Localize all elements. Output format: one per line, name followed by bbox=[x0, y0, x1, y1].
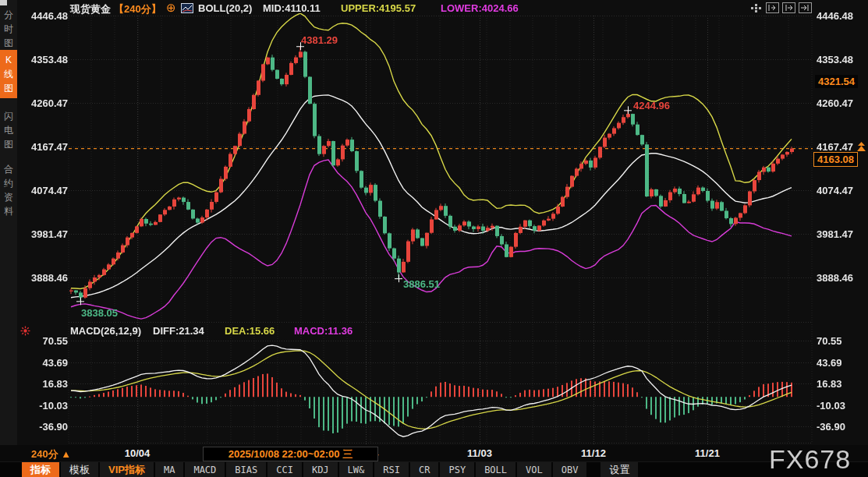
macd-dea-value: DEA:15.66 bbox=[225, 325, 275, 337]
price-label-left: 3888.46 bbox=[19, 272, 68, 284]
zoom-x-left-icon[interactable] bbox=[766, 2, 779, 13]
toolbar-tab-LW&[interactable]: LW& bbox=[339, 462, 374, 477]
macd-label-left: -10.03 bbox=[19, 399, 68, 411]
price-label-right: 4074.47 bbox=[817, 185, 853, 196]
annotation-low-3838: 3838.05 bbox=[81, 307, 118, 319]
toolbar-tab-MA[interactable]: MA bbox=[155, 462, 183, 477]
boll-mid-value: MID:4110.11 bbox=[263, 2, 321, 14]
symbol-title: 现货黄金 bbox=[70, 2, 111, 16]
macd-label-left: 43.69 bbox=[19, 356, 68, 368]
toolbar-tab-CR[interactable]: CR bbox=[410, 462, 438, 477]
toolbar-tab-模板[interactable]: 模板 bbox=[61, 462, 98, 477]
toolbar-tab-VIP指标[interactable]: VIP指标 bbox=[100, 462, 154, 477]
price-label-right: 4260.47 bbox=[817, 97, 853, 109]
x-axis-date-11-03: 11/03 bbox=[467, 447, 492, 459]
price-label-left: 4074.47 bbox=[19, 185, 68, 196]
annotation-high-4244: 4244.96 bbox=[633, 100, 670, 111]
macd-label-right: 43.69 bbox=[817, 356, 842, 368]
toolbar-tab-MACD[interactable]: MACD bbox=[185, 462, 225, 477]
macd-label-right: 16.83 bbox=[817, 378, 842, 390]
price-label-right: 4167.47 bbox=[817, 141, 853, 153]
period-selector[interactable]: 240分 ▲ bbox=[31, 447, 71, 461]
toolbar-tab-OBV[interactable]: OBV bbox=[553, 462, 587, 477]
macd-label-left: -36.90 bbox=[19, 421, 68, 433]
toolbar-tab-VOL[interactable]: VOL bbox=[517, 462, 551, 477]
x-axis-date-10-04: 10/04 bbox=[125, 447, 151, 459]
chart-type-sidebar: 分时图K线图闪电图合约资料 bbox=[0, 0, 17, 477]
toolbar-tab-BIAS[interactable]: BIAS bbox=[226, 462, 266, 477]
price-label-left: 4446.48 bbox=[19, 10, 68, 22]
kline-chart-window: 分时图K线图闪电图合约资料 现货黄金 【240分】 ⊕ BOLL(20,2) M… bbox=[0, 0, 868, 477]
crosshair-date-box: 2025/10/08 22:00~02:00 三 bbox=[203, 447, 378, 461]
toolbar-tab-KDJ[interactable]: KDJ bbox=[303, 462, 338, 477]
price-up-arrow-icon[interactable] bbox=[855, 141, 868, 152]
upper-price-tag: 4321.54 bbox=[815, 75, 858, 88]
price-label-right: 3981.47 bbox=[817, 228, 853, 240]
macd-label-right: -10.03 bbox=[817, 399, 845, 411]
price-label-right: 4446.48 bbox=[817, 10, 853, 22]
boll-upper-value: UPPER:4195.57 bbox=[341, 2, 416, 14]
sidebar-item-2[interactable]: K线图 bbox=[0, 50, 17, 98]
sidebar-item-4[interactable]: 合约资料 bbox=[0, 159, 17, 221]
watermark: FX678 bbox=[769, 444, 851, 475]
macd-diff-value: DIFF:21.34 bbox=[153, 325, 204, 337]
x-axis-date-11-12: 11/12 bbox=[581, 447, 606, 459]
price-label-left: 4353.48 bbox=[19, 54, 68, 65]
crosshair-circle-icon[interactable]: ⊕ bbox=[166, 1, 176, 15]
pan-move-icon[interactable] bbox=[749, 2, 763, 13]
annotation-high-4381: 4381.29 bbox=[301, 34, 338, 46]
reset-view-icon[interactable] bbox=[799, 2, 812, 13]
indicator-toolbar: 指标模板VIP指标MAMACDBIASCCIKDJLW&RSICRPSYBOLL… bbox=[0, 461, 868, 477]
macd-label-right: 70.55 bbox=[817, 335, 842, 347]
sidebar-item-1[interactable]: 分时图 bbox=[0, 5, 17, 53]
macd-macd-value: MACD:11.36 bbox=[294, 325, 353, 337]
macd-title: MACD(26,12,9) bbox=[70, 325, 141, 337]
period-badge: 【240分】 bbox=[114, 2, 161, 16]
macd-label-right: -36.90 bbox=[817, 421, 845, 433]
macd-label-left: 16.83 bbox=[19, 378, 68, 390]
mini-chart-icon[interactable] bbox=[180, 2, 193, 13]
price-label-left: 3981.47 bbox=[19, 228, 68, 240]
price-label-right: 4353.48 bbox=[817, 54, 853, 65]
toolbar-tab-指标[interactable]: 指标 bbox=[22, 462, 59, 477]
toolbar-tab-PSY[interactable]: PSY bbox=[440, 462, 474, 477]
price-label-left: 4167.47 bbox=[19, 141, 68, 153]
period-up-triangle-icon: ▲ bbox=[61, 448, 71, 460]
zoom-x-right-icon[interactable] bbox=[782, 2, 795, 13]
corner-mark bbox=[0, 0, 7, 5]
boll-label: BOLL(20,2) bbox=[198, 2, 252, 14]
annotation-low-3886: 3886.51 bbox=[403, 278, 440, 290]
price-label-left: 4260.47 bbox=[19, 97, 68, 109]
x-axis-date-11-21: 11/21 bbox=[695, 447, 720, 459]
sidebar-item-3[interactable]: 闪电图 bbox=[0, 106, 17, 154]
boll-lower-value: LOWER:4024.66 bbox=[441, 2, 519, 14]
toolbar-tab-CCI[interactable]: CCI bbox=[267, 462, 302, 477]
candlestick-canvas[interactable] bbox=[0, 0, 868, 477]
toolbar-tab-BOLL[interactable]: BOLL bbox=[476, 462, 515, 477]
indicator-settings-icon[interactable] bbox=[19, 325, 32, 336]
toolbar-tab-设置[interactable]: 设置 bbox=[601, 462, 638, 477]
price-label-right: 3888.46 bbox=[817, 272, 853, 284]
toolbar-tab-RSI[interactable]: RSI bbox=[374, 462, 409, 477]
macd-label-left: 70.55 bbox=[19, 335, 68, 347]
current-price-tag: 4163.08 bbox=[813, 152, 858, 167]
